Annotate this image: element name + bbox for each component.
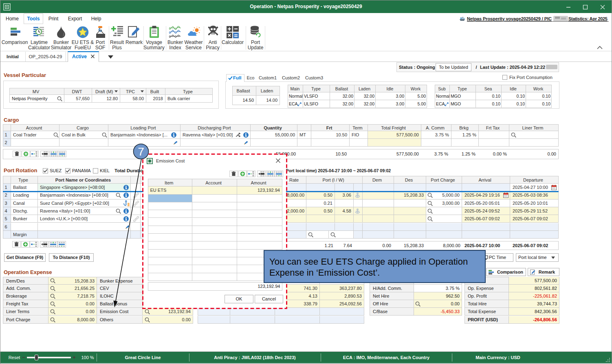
svg-text:7: 7 — [138, 145, 144, 158]
